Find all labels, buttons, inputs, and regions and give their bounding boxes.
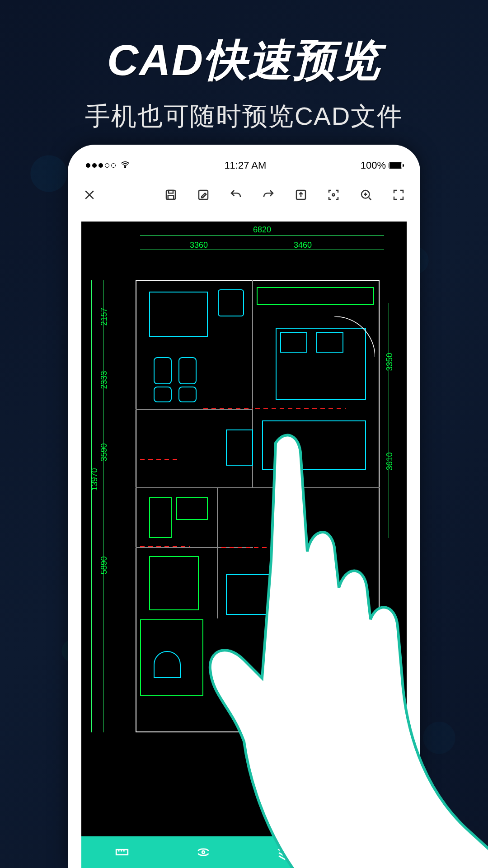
svg-point-6 [333,194,335,196]
bottom-toolbar [81,836,407,868]
dim-left-2: 2333 [99,371,109,389]
undo-icon[interactable] [228,187,244,203]
toolbar [68,179,420,211]
focus-icon[interactable] [325,187,342,203]
battery-icon [389,162,402,169]
close-button[interactable] [81,187,98,203]
dim-left-4: 5890 [99,556,109,574]
sync-icon[interactable] [194,843,212,861]
wifi-icon [120,160,130,172]
cad-canvas[interactable]: 6820 3360 3460 13970 2157 2333 3590 5890… [81,222,407,836]
dim-top-left: 3360 [190,241,208,250]
layers-icon[interactable] [276,843,294,861]
battery-percent: 100% [361,160,386,171]
svg-rect-3 [168,195,174,199]
dim-right-1: 3350 [385,353,394,371]
hero-title: CAD快速预览 [0,32,488,90]
hero: CAD快速预览 手机也可随时预览CAD文件 [0,0,488,134]
export-icon[interactable] [293,187,309,203]
dim-left-total: 13970 [90,468,99,491]
signal-dots-icon [86,163,116,168]
hero-subtitle: 手机也可随时预览CAD文件 [0,99,488,134]
fullscreen-icon[interactable] [390,187,407,203]
dim-left-1: 2157 [99,307,109,326]
phone-frame: 11:27 AM 100% [68,145,420,868]
hatch-icon[interactable] [357,843,375,861]
dim-left-3: 3590 [99,443,109,461]
svg-point-9 [202,851,205,854]
status-left [86,160,130,172]
svg-rect-2 [169,190,173,193]
save-icon[interactable] [163,187,179,203]
status-bar: 11:27 AM 100% [68,152,420,179]
dim-top-total: 6820 [253,225,271,235]
redo-icon[interactable] [260,187,277,203]
dim-right-2: 3610 [385,452,394,470]
svg-point-0 [125,166,126,168]
status-right: 100% [361,160,402,171]
status-time: 11:27 AM [224,160,266,171]
measure-icon[interactable] [113,843,131,861]
zoom-in-icon[interactable] [358,187,374,203]
dim-top-right: 3460 [294,241,312,250]
edit-icon[interactable] [195,187,211,203]
